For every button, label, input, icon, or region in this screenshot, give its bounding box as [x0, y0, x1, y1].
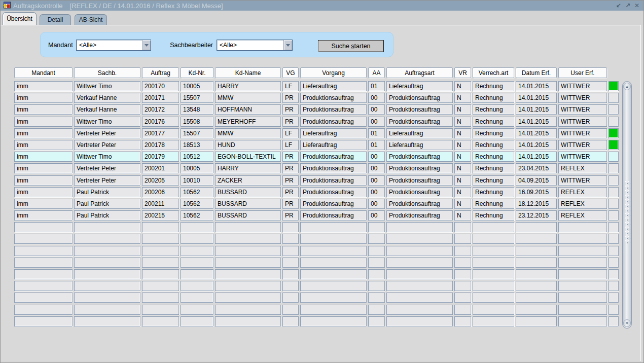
column-header-aa[interactable]: AA [368, 67, 385, 78]
cell-kdnr[interactable]: 10005 [181, 163, 213, 173]
cell-auftrag[interactable]: 200176 [142, 117, 179, 127]
cell-verrechart[interactable]: Rechnung [473, 93, 514, 103]
empty-cell-auftrag[interactable] [142, 316, 179, 326]
empty-cell-kdnr[interactable] [181, 222, 213, 232]
cell-kdname[interactable]: HOFFMANN [215, 104, 281, 115]
cell-kdname[interactable]: MMW [215, 128, 281, 138]
cell-auftragsart[interactable]: Lieferauftrag [386, 140, 453, 150]
column-header-vg[interactable]: VG [282, 67, 299, 78]
empty-cell-vorgang[interactable] [300, 269, 367, 279]
empty-cell-aa[interactable] [368, 269, 385, 279]
empty-cell-aa[interactable] [368, 222, 385, 232]
empty-cell-datum_erf[interactable] [516, 281, 557, 291]
cell-auftragsart[interactable]: Produktionsauftrag [386, 93, 453, 103]
mandant-dropdown-button[interactable] [142, 40, 151, 50]
tab-uebersicht[interactable]: Übersicht [3, 12, 37, 25]
cell-auftragsart[interactable]: Produktionsauftrag [386, 210, 453, 221]
cell-kdnr[interactable]: 15507 [181, 128, 213, 138]
cell-vr[interactable]: N [454, 140, 471, 150]
cell-aa[interactable]: 00 [368, 104, 385, 115]
cell-user_erf[interactable]: WITTWER [558, 81, 607, 91]
empty-cell-kdnr[interactable] [181, 293, 213, 303]
empty-cell-user_erf[interactable] [558, 258, 607, 268]
cell-vg[interactable]: LF [282, 128, 299, 138]
cell-mandant[interactable]: imm [14, 104, 73, 115]
empty-cell-mandant[interactable] [14, 234, 73, 244]
empty-cell-sachb[interactable] [74, 246, 140, 256]
empty-cell-vr[interactable] [454, 234, 471, 244]
cell-kdnr[interactable]: 13548 [181, 104, 213, 115]
empty-cell-datum_erf[interactable] [516, 258, 557, 268]
cell-vg[interactable]: PR [282, 163, 299, 173]
cell-aa[interactable]: 00 [368, 199, 385, 209]
cell-vg[interactable]: LF [282, 140, 299, 150]
cell-auftrag[interactable]: 200215 [142, 210, 179, 221]
cell-datum_erf[interactable]: 16.09.2015 [516, 187, 557, 197]
empty-cell-vg[interactable] [282, 269, 299, 279]
empty-cell-verrechart[interactable] [473, 246, 514, 256]
empty-cell-auftragsart[interactable] [386, 316, 453, 326]
cell-auftrag[interactable]: 200172 [142, 104, 179, 115]
empty-cell-vorgang[interactable] [300, 305, 367, 315]
empty-cell-vorgang[interactable] [300, 281, 367, 291]
cell-verrechart[interactable]: Rechnung [473, 175, 514, 186]
cell-mandant[interactable]: imm [14, 199, 73, 209]
cell-sachb[interactable]: Wittwer Timo [74, 152, 140, 162]
cell-vorgang[interactable]: Produktionsauftrag [300, 210, 367, 221]
column-header-auftragsart[interactable]: Auftragsart [386, 67, 453, 78]
empty-cell-vg[interactable] [282, 293, 299, 303]
empty-cell-vg[interactable] [282, 234, 299, 244]
empty-cell-auftragsart[interactable] [386, 305, 453, 315]
cell-aa[interactable]: 00 [368, 175, 385, 186]
cell-vorgang[interactable]: Produktionsauftrag [300, 93, 367, 103]
empty-cell-aa[interactable] [368, 293, 385, 303]
empty-cell-vg[interactable] [282, 305, 299, 315]
cell-auftrag[interactable]: 200201 [142, 163, 179, 173]
empty-cell-auftrag[interactable] [142, 234, 179, 244]
empty-cell-user_erf[interactable] [558, 316, 607, 326]
cell-kdnr[interactable]: 15508 [181, 117, 213, 127]
cell-kdnr[interactable]: 10005 [181, 81, 213, 91]
cell-vr[interactable]: N [454, 152, 471, 162]
cell-kdnr[interactable]: 10010 [181, 175, 213, 186]
empty-cell-user_erf[interactable] [558, 269, 607, 279]
empty-cell-kdname[interactable] [215, 281, 281, 291]
cell-datum_erf[interactable]: 23.12.2015 [516, 210, 557, 221]
empty-cell-auftragsart[interactable] [386, 281, 453, 291]
cell-user_erf[interactable]: WITTWER [558, 117, 607, 127]
cell-user_erf[interactable]: WITTWER [558, 104, 607, 115]
empty-cell-vorgang[interactable] [300, 246, 367, 256]
empty-cell-aa[interactable] [368, 305, 385, 315]
cell-vg[interactable]: PR [282, 117, 299, 127]
empty-cell-mandant[interactable] [14, 258, 73, 268]
empty-cell-kdname[interactable] [215, 293, 281, 303]
cell-vorgang[interactable]: Produktionsauftrag [300, 199, 367, 209]
cell-verrechart[interactable]: Rechnung [473, 187, 514, 197]
empty-cell-aa[interactable] [368, 281, 385, 291]
cell-vg[interactable]: PR [282, 104, 299, 115]
cell-kdname[interactable]: BUSSARD [215, 199, 281, 209]
column-header-sachb[interactable]: Sachb. [74, 67, 140, 78]
cell-aa[interactable]: 00 [368, 187, 385, 197]
cell-sachb[interactable]: Wittwer Timo [74, 81, 140, 91]
cell-kdname[interactable]: ZACKER [215, 175, 281, 186]
empty-cell-datum_erf[interactable] [516, 222, 557, 232]
empty-cell-vr[interactable] [454, 269, 471, 279]
cell-mandant[interactable]: imm [14, 187, 73, 197]
column-header-user_erf[interactable]: User Erf. [558, 67, 607, 78]
sachbearbeiter-dropdown-button[interactable] [283, 40, 292, 50]
empty-cell-aa[interactable] [368, 258, 385, 268]
cell-datum_erf[interactable]: 14.01.2015 [516, 81, 557, 91]
cell-aa[interactable]: 00 [368, 163, 385, 173]
maximize-icon[interactable]: ↗ [625, 2, 630, 9]
column-header-vr[interactable]: VR [454, 67, 471, 78]
empty-cell-verrechart[interactable] [473, 222, 514, 232]
cell-vorgang[interactable]: Produktionsauftrag [300, 104, 367, 115]
cell-user_erf[interactable]: REFLEX [558, 199, 607, 209]
cell-kdnr[interactable]: 15507 [181, 93, 213, 103]
search-start-button[interactable]: Suche starten [318, 40, 384, 52]
cell-kdnr[interactable]: 10562 [181, 210, 213, 221]
empty-cell-sachb[interactable] [74, 281, 140, 291]
cell-auftrag[interactable]: 200171 [142, 93, 179, 103]
cell-vr[interactable]: N [454, 210, 471, 221]
